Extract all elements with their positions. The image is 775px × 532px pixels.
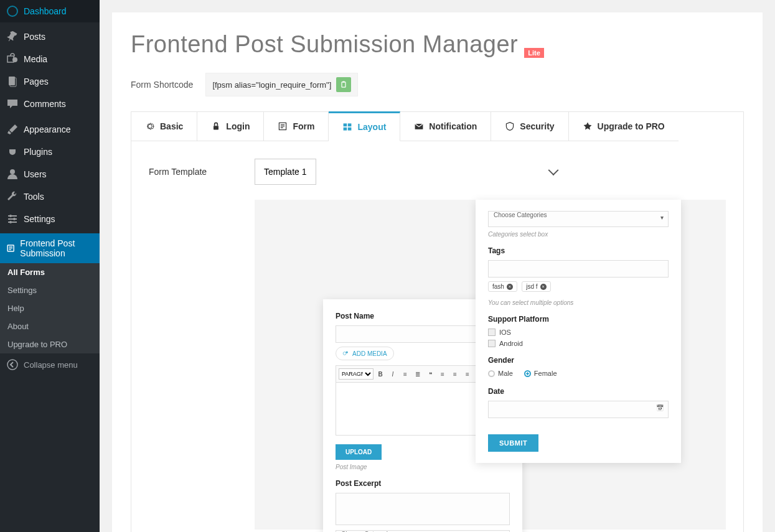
sidebar-item-frontend-post-submission[interactable]: Frontend Post Submission	[0, 233, 100, 263]
svg-point-9	[7, 360, 17, 370]
sidebar-submenu: All Forms Settings Help About Upgrade to…	[0, 263, 100, 353]
content-panel: Frontend Post Submission Manager Lite Fo…	[112, 12, 763, 532]
user-icon	[6, 168, 19, 180]
sidebar-label: Appearance	[24, 124, 71, 134]
media-icon	[6, 53, 19, 65]
svg-point-6	[13, 218, 16, 220]
preview-card-front: Choose Categories Categories select box …	[476, 200, 681, 463]
tags-input[interactable]	[488, 260, 669, 278]
align-right-icon[interactable]: ≡	[462, 368, 473, 380]
post-excerpt-input[interactable]	[336, 493, 510, 525]
lock-icon	[211, 121, 221, 131]
align-left-icon[interactable]: ≡	[437, 368, 448, 380]
sidebar-label: Settings	[24, 214, 55, 224]
tag-chip[interactable]: fash×	[488, 281, 517, 292]
tab-label: Login	[226, 121, 250, 131]
sidebar-item-comments[interactable]: Comments	[0, 93, 100, 115]
list-ol-icon[interactable]: ≣	[412, 368, 423, 380]
submenu-upgrade[interactable]: Upgrade to PRO	[0, 335, 100, 353]
sidebar-label: Tools	[24, 192, 44, 202]
sidebar-item-pages[interactable]: Pages	[0, 70, 100, 93]
submenu-about[interactable]: About	[0, 317, 100, 335]
mail-icon	[414, 121, 424, 131]
tab-content: Form Template Template 1 Post Name	[131, 141, 744, 532]
list-ul-icon[interactable]: ≡	[400, 368, 411, 380]
shortcode-label: Form Shortcode	[131, 80, 193, 90]
radio-female[interactable]	[524, 370, 531, 377]
shortcode-box: [fpsm alias="login_require_form"]	[205, 73, 358, 96]
collapse-menu-button[interactable]: Collapse menu	[0, 353, 100, 376]
checkbox-ios[interactable]	[488, 329, 496, 336]
sliders-icon	[6, 213, 19, 225]
tags-label: Tags	[488, 246, 669, 255]
tab-label: Notification	[429, 121, 477, 131]
checkbox-android[interactable]	[488, 340, 496, 347]
submenu-settings[interactable]: Settings	[0, 281, 100, 299]
tab-basic[interactable]: Basic	[131, 112, 197, 141]
brush-icon	[6, 123, 19, 136]
tab-layout[interactable]: Layout	[329, 111, 400, 141]
align-center-icon[interactable]: ≡	[449, 368, 461, 380]
sidebar-item-dashboard[interactable]: Dashboard	[0, 0, 100, 22]
layout-icon	[342, 122, 352, 132]
media-plus-icon	[342, 350, 350, 357]
upload-button[interactable]: UPLOAD	[336, 444, 382, 460]
svg-point-7	[9, 221, 12, 223]
svg-rect-11	[343, 82, 345, 83]
svg-rect-17	[348, 128, 352, 131]
tab-notification[interactable]: Notification	[400, 112, 491, 141]
tab-label: Security	[520, 121, 554, 131]
tags-hint: You can select multiple options	[488, 299, 669, 306]
svg-rect-10	[342, 82, 345, 87]
quote-icon[interactable]: ❝	[425, 368, 436, 380]
sidebar-item-appearance[interactable]: Appearance	[0, 118, 100, 141]
remove-tag-icon[interactable]: ×	[540, 284, 547, 290]
tab-label: Upgrade to PRO	[598, 121, 665, 131]
collapse-icon	[6, 358, 19, 371]
star-icon	[583, 121, 593, 131]
tab-login[interactable]: Login	[197, 112, 264, 141]
tab-upgrade[interactable]: Upgrade to PRO	[569, 112, 679, 141]
tab-form[interactable]: Form	[264, 112, 329, 141]
radio-male[interactable]	[488, 370, 495, 377]
tab-label: Basic	[160, 121, 183, 131]
tag-chip[interactable]: jsd f×	[522, 281, 550, 292]
svg-rect-15	[348, 123, 352, 126]
sidebar-item-settings[interactable]: Settings	[0, 208, 100, 230]
copy-shortcode-button[interactable]	[336, 77, 351, 92]
comment-icon	[6, 98, 19, 110]
italic-icon[interactable]: I	[387, 368, 398, 380]
admin-sidebar: Dashboard Posts Media Pages Comments App…	[0, 0, 100, 532]
submenu-help[interactable]: Help	[0, 299, 100, 317]
sidebar-item-tools[interactable]: Tools	[0, 185, 100, 208]
sidebar-label: Posts	[24, 32, 45, 42]
main-content: Frontend Post Submission Manager Lite Fo…	[100, 0, 775, 532]
sidebar-item-media[interactable]: Media	[0, 48, 100, 70]
lite-badge: Lite	[524, 48, 544, 58]
date-input[interactable]	[488, 401, 669, 418]
add-media-button[interactable]: ADD MEDIA	[336, 347, 394, 360]
tab-security[interactable]: Security	[491, 112, 568, 141]
sidebar-item-plugins[interactable]: Plugins	[0, 141, 100, 163]
collapse-label: Collapse menu	[24, 360, 78, 370]
support-platform-label: Support Platform	[488, 315, 669, 324]
sidebar-item-posts[interactable]: Posts	[0, 26, 100, 48]
sidebar-label: Dashboard	[24, 6, 67, 16]
sidebar-item-users[interactable]: Users	[0, 163, 100, 185]
pin-icon	[6, 30, 19, 43]
shortcode-value: [fpsm alias="login_require_form"]	[212, 80, 331, 90]
submit-button[interactable]: SUBMIT	[488, 434, 538, 452]
remove-tag-icon[interactable]: ×	[507, 284, 513, 290]
bold-icon[interactable]: B	[375, 368, 386, 380]
svg-rect-16	[344, 128, 347, 131]
submenu-all-forms[interactable]: All Forms	[0, 263, 100, 281]
paragraph-select[interactable]: PARAGRA...	[339, 368, 373, 380]
svg-point-4	[10, 169, 15, 174]
tab-label: Form	[293, 121, 314, 131]
svg-point-5	[9, 215, 12, 217]
plug-icon	[6, 146, 19, 158]
categories-select-front[interactable]: Choose Categories	[488, 211, 669, 227]
form-template-select[interactable]: Template 1	[255, 159, 316, 185]
categories-hint: Categories select box	[488, 231, 669, 238]
tab-label: Layout	[357, 122, 386, 132]
